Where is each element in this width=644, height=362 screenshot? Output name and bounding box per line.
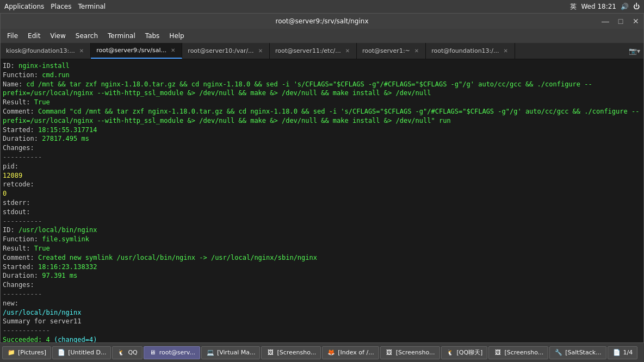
power-icon[interactable]: ⏻ bbox=[633, 3, 640, 10]
terminal-line: Result: True bbox=[3, 98, 641, 107]
terminal-line: stderr: bbox=[3, 198, 641, 208]
taskbar-item-2[interactable]: 🐧QQ bbox=[112, 346, 142, 359]
menu-file[interactable]: File bbox=[3, 31, 22, 41]
terminal-line: Started: 18:16:23.138332 bbox=[3, 263, 641, 272]
terminal-line: Changes: bbox=[3, 143, 641, 153]
tab-close-4[interactable]: ✕ bbox=[413, 48, 420, 54]
terminal-line: retcode: bbox=[3, 180, 641, 189]
minimize-button[interactable]: — bbox=[598, 14, 613, 29]
taskbar-item-10[interactable]: 🔧[SaltStack... bbox=[549, 346, 606, 359]
taskbar-item-3[interactable]: 🖥root@serv... bbox=[144, 346, 200, 359]
terminal-line: ---------- bbox=[3, 290, 641, 299]
terminal-line: Duration: 97.391 ms bbox=[3, 271, 641, 280]
taskbar-item-label-9: [Screensho... bbox=[504, 349, 543, 356]
terminal-line: Function: file.symlink bbox=[3, 235, 641, 244]
tab-close-2[interactable]: ✕ bbox=[257, 48, 264, 54]
terminal-line: stdout: bbox=[3, 208, 641, 217]
terminal-line: Comment: Command "cd /mnt && tar zxf ngi… bbox=[3, 107, 641, 126]
taskbar-item-label-10: [SaltStack... bbox=[565, 349, 601, 356]
terminal-line: Summary for server11 bbox=[3, 317, 641, 326]
taskbar-item-label-0: [Pictures] bbox=[18, 349, 46, 356]
taskbar: 📁[Pictures]📄[Untitled D...🐧QQ🖥root@serv.… bbox=[0, 342, 644, 362]
tab-2[interactable]: root@server10:/var/... ✕ bbox=[182, 43, 270, 59]
terminal-line: new: bbox=[3, 299, 641, 308]
taskbar-item-5[interactable]: 🖼[Screensho... bbox=[261, 346, 321, 359]
menu-help[interactable]: Help bbox=[165, 31, 188, 41]
window-controls: — □ ✕ bbox=[598, 14, 643, 29]
tab-close-0[interactable]: ✕ bbox=[78, 48, 85, 54]
screenshot2-icon: 🖼 bbox=[385, 348, 394, 357]
volume-icon[interactable]: 🔊 bbox=[621, 3, 629, 10]
menu-edit[interactable]: Edit bbox=[23, 31, 45, 41]
terminal-menu[interactable]: Terminal bbox=[78, 3, 106, 10]
terminal-line: Function: cmd.run bbox=[3, 71, 641, 80]
menu-search[interactable]: Search bbox=[71, 31, 102, 41]
system-topbar: Applications Places Terminal 英 Wed 18:21… bbox=[0, 0, 644, 13]
taskbar-item-0[interactable]: 📁[Pictures] bbox=[2, 346, 51, 359]
tab-label-0: kiosk@foundation13:... bbox=[6, 47, 75, 54]
tab-label-3: root@server11:/etc/... bbox=[275, 47, 341, 54]
screenshot3-icon: 🖼 bbox=[493, 348, 502, 357]
tabs-bar: kiosk@foundation13:... ✕ root@server9:/s… bbox=[1, 43, 643, 59]
terminal-line: ID: nginx-install bbox=[3, 61, 641, 71]
menu-view[interactable]: View bbox=[46, 31, 70, 41]
taskbar-item-11[interactable]: 📄1/4 bbox=[608, 346, 638, 359]
window-title: root@server9:/srv/salt/nginx bbox=[1, 17, 643, 25]
terminal-line: ---------- bbox=[3, 153, 641, 162]
topbar-right: 英 Wed 18:21 🔊 ⏻ bbox=[570, 2, 640, 11]
tab-close-1[interactable]: ✕ bbox=[170, 47, 176, 53]
terminal-line: Result: True bbox=[3, 244, 641, 253]
terminal-icon: 🖥 bbox=[148, 348, 157, 357]
close-button[interactable]: ✕ bbox=[628, 14, 643, 29]
applications-menu[interactable]: Applications bbox=[4, 3, 44, 10]
tab-0[interactable]: kiosk@foundation13:... ✕ bbox=[1, 43, 91, 59]
tab-close-5[interactable]: ✕ bbox=[503, 48, 509, 54]
tab-label-4: root@server1:~ bbox=[362, 47, 410, 54]
taskbar-item-8[interactable]: 🐧[QQ聊天] bbox=[441, 346, 488, 359]
places-menu[interactable]: Places bbox=[51, 3, 71, 10]
terminal-line: /usr/local/bin/nginx bbox=[3, 308, 641, 317]
taskbar-item-label-3: root@serv... bbox=[159, 349, 195, 356]
titlebar: root@server9:/srv/salt/nginx — □ ✕ bbox=[1, 14, 643, 29]
tab-label-5: root@foundation13:/... bbox=[431, 47, 499, 54]
menu-bar: File Edit View Search Terminal Tabs Help bbox=[1, 29, 643, 43]
terminal-line: ID: /usr/local/bin/nginx bbox=[3, 226, 641, 235]
qq-icon: 🐧 bbox=[117, 348, 126, 357]
taskbar-item-label-11: 1/4 bbox=[623, 349, 633, 356]
tab-4[interactable]: root@server1:~ ✕ bbox=[357, 43, 426, 59]
terminal-line: Changes: bbox=[3, 280, 641, 290]
dropdown-arrow-icon: ▾ bbox=[637, 47, 640, 55]
terminal-line: Name: cd /mnt && tar zxf nginx-1.18.0.ta… bbox=[3, 80, 641, 98]
qq2-icon: 🐧 bbox=[446, 348, 455, 357]
taskbar-item-label-2: QQ bbox=[128, 349, 137, 356]
menu-terminal[interactable]: Terminal bbox=[103, 31, 140, 41]
tab-label-1: root@server9:/srv/sal... bbox=[96, 47, 166, 54]
taskbar-item-label-1: [Untitled D... bbox=[68, 349, 106, 356]
tab-5[interactable]: root@foundation13:/... ✕ bbox=[426, 43, 515, 59]
taskbar-item-4[interactable]: 💻[Virtual Ma... bbox=[201, 346, 260, 359]
terminal-line: Started: 18:15:55.317714 bbox=[3, 126, 641, 135]
tabs-scroll-arrow[interactable]: 📷 ▾ bbox=[626, 43, 643, 59]
language-indicator: 英 bbox=[570, 2, 577, 11]
tab-1[interactable]: root@server9:/srv/sal... ✕ bbox=[91, 43, 182, 59]
tab-close-3[interactable]: ✕ bbox=[344, 48, 351, 54]
camera-icon: 📷 bbox=[629, 47, 637, 55]
terminal-line: ------------ bbox=[3, 326, 641, 335]
taskbar-item-1[interactable]: 📄[Untitled D... bbox=[52, 346, 111, 359]
taskbar-item-9[interactable]: 🖼[Screensho... bbox=[488, 346, 548, 359]
tab-3[interactable]: root@server11:/etc/... ✕ bbox=[270, 43, 357, 59]
taskbar-item-7[interactable]: 🖼[Screensho... bbox=[380, 346, 440, 359]
pages-icon: 📄 bbox=[612, 348, 621, 357]
topbar-left: Applications Places Terminal bbox=[4, 3, 106, 10]
browser-icon: 🦊 bbox=[327, 348, 336, 357]
terminal-line: 12089 bbox=[3, 171, 641, 180]
salt-icon: 🔧 bbox=[554, 348, 563, 357]
terminal-line: Succeeded: 4 (changed=4) bbox=[3, 335, 641, 343]
taskbar-item-label-4: [Virtual Ma... bbox=[217, 349, 255, 356]
taskbar-item-label-8: [QQ聊天] bbox=[457, 348, 483, 357]
menu-tabs[interactable]: Tabs bbox=[141, 31, 164, 41]
terminal-output[interactable]: ID: nginx-install Function: cmd.run Name… bbox=[1, 59, 643, 343]
maximize-button[interactable]: □ bbox=[613, 14, 628, 29]
taskbar-item-6[interactable]: 🦊[Index of /... bbox=[322, 346, 379, 359]
folder-icon: 📁 bbox=[7, 348, 16, 357]
